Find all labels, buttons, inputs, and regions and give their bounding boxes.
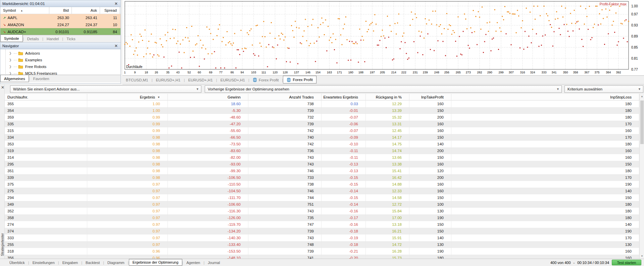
results-row-319[interactable]: 3190.98-83.60736-0.1114.74200160 bbox=[5, 147, 639, 154]
chevron-right-icon[interactable]: ❯ bbox=[9, 65, 14, 68]
market-watch-col-bid[interactable]: Bid bbox=[49, 7, 72, 14]
results-row-315[interactable]: 3150.99-55.60742-0.0712.45160160 bbox=[5, 127, 639, 134]
market-watch-col-ask[interactable]: Ask bbox=[72, 7, 100, 14]
market-watch-row-audcad[interactable]: ↘AUDCAD+0.911010.9118584 bbox=[0, 28, 120, 35]
results-col-anzahl-trades[interactable]: Anzahl Trades bbox=[248, 94, 321, 101]
navigator-tab-allgemeines-active[interactable]: Allgemeines bbox=[0, 75, 29, 82]
cell-ergebnis: 0.97 bbox=[87, 188, 168, 194]
scatter-point bbox=[155, 42, 156, 43]
x-tick-label: 299 bbox=[499, 71, 504, 74]
scrollbar-thumb[interactable] bbox=[640, 101, 644, 144]
cell-durchlaufnr: 358 bbox=[5, 214, 87, 221]
start-test-button[interactable]: Test starten bbox=[612, 260, 641, 265]
market-watch-col-spread[interactable]: Spread bbox=[100, 7, 120, 14]
results-row-339[interactable]: 3390.98-106.50733-0.1516.42200170 bbox=[5, 174, 639, 181]
scatter-point bbox=[542, 36, 543, 37]
scroll-down-icon[interactable]: ▼ bbox=[640, 254, 644, 259]
previous-results-select[interactable]: Vorherige Ergebnisse der Optimierung ans… bbox=[205, 85, 562, 93]
results-row-318[interactable]: 3180.96-153.50739-0.2116.28190160 bbox=[5, 248, 639, 255]
market-watch-tab-ticks[interactable]: Ticks bbox=[63, 36, 79, 42]
close-icon[interactable]: ✕ bbox=[114, 44, 118, 48]
x-tick-label: 367 bbox=[584, 71, 589, 74]
results-col-durchlaufnr[interactable]: Durchlaufnr. bbox=[5, 94, 87, 101]
close-icon[interactable]: ✕ bbox=[114, 1, 118, 6]
tester-tab-journal[interactable]: Journal bbox=[204, 260, 223, 266]
market-watch-row-aapl[interactable]: ↗AAPL263.30263.4111 bbox=[0, 14, 120, 21]
x-axis-label: Durchläufe bbox=[126, 65, 143, 69]
tester-tab-berblick[interactable]: Überblick bbox=[6, 260, 28, 266]
tester-tab-eingaben[interactable]: Eingaben bbox=[59, 260, 82, 266]
tester-tab-backtest[interactable]: Backtest bbox=[82, 260, 103, 266]
results-scrollbar[interactable]: ▲ ▼ bbox=[639, 94, 644, 259]
cell-durchlaufnr: 354 bbox=[5, 107, 87, 114]
cell-r-ckgang-in: 16.42 bbox=[366, 174, 409, 181]
scroll-up-icon[interactable]: ▲ bbox=[640, 94, 644, 99]
navigator-tab-favoriten[interactable]: Favoriten bbox=[30, 76, 53, 82]
scatter-point bbox=[125, 44, 126, 45]
results-col-gewinn[interactable]: Gewinn bbox=[168, 94, 248, 101]
results-row-275[interactable]: 2750.97-104.50746-0.1412.33160140 bbox=[5, 188, 639, 194]
chart-tab-eurusd-h1[interactable]: EURUSD+,H1 bbox=[185, 77, 216, 83]
scatter-point bbox=[473, 10, 474, 11]
results-row-335[interactable]: 3350.99-47.20739-0.0613.31160170 bbox=[5, 121, 639, 127]
chart-tab-eurusd-h1[interactable]: EURUSD+,H1 bbox=[152, 77, 184, 83]
chart-tab-forex-profit[interactable]: Forex Profit bbox=[249, 77, 282, 83]
scatter-point bbox=[214, 51, 215, 52]
chevron-right-icon[interactable]: ❯ bbox=[9, 52, 14, 55]
expert-advisor-select[interactable]: Wählen Sie einen Expert Advisor aus... ▼ bbox=[10, 85, 201, 93]
chevron-right-icon[interactable]: ❯ bbox=[9, 58, 14, 62]
cell-gewinn: -5.30 bbox=[168, 107, 248, 114]
chart-tab-btcusd-m1[interactable]: BTCUSD,M1 bbox=[122, 77, 151, 83]
results-row-349[interactable]: 3490.97-106.60751-0.1412.72100180 bbox=[5, 201, 639, 208]
results-row-294[interactable]: 2940.97-111.70744-0.1514.58150150 bbox=[5, 194, 639, 201]
results-row-333[interactable]: 3330.97-140.30743-0.1915.91140170 bbox=[5, 235, 639, 241]
x-tick-label: 282 bbox=[477, 71, 482, 74]
tester-tab-diagramm[interactable]: Diagramm bbox=[104, 260, 128, 266]
scatter-point bbox=[522, 20, 523, 21]
results-row-255[interactable]: 2550.97-133.40748-0.1814.72130130 bbox=[5, 241, 639, 248]
tester-tab-einstellungen[interactable]: Einstellungen bbox=[29, 260, 58, 266]
tree-item-advisors[interactable]: ❯Advisors bbox=[0, 50, 120, 57]
scatter-point bbox=[148, 41, 149, 42]
results-row-375[interactable]: 3750.97-110.50738-0.1514.88160190 bbox=[5, 181, 639, 188]
results-row-355[interactable]: 3551.0018.607380.0312.29160180 bbox=[5, 101, 639, 107]
chart-tab-forex-profit-active[interactable]: Forex Profit bbox=[283, 76, 316, 83]
results-row-356[interactable]: 3560.96-148.10741-0.2015.73180160 bbox=[5, 255, 639, 259]
criterion-select[interactable]: Kriterium auswählen ▼ bbox=[564, 85, 643, 93]
results-row-353[interactable]: 3530.98-73.50742-0.1014.75140180 bbox=[5, 141, 639, 147]
results-row-354[interactable]: 3541.00-5.30739-0.0113.39150180 bbox=[5, 107, 639, 114]
results-col-r-ckgang-in[interactable]: Rückgang in % bbox=[366, 94, 409, 101]
results-row-334[interactable]: 3340.98-66.50740-0.0914.17150170 bbox=[5, 134, 639, 141]
results-col-inpstoploss[interactable]: InpStopLoss bbox=[451, 94, 639, 101]
results-row-274[interactable]: 2740.97-119.70747-0.1613.18150140 bbox=[5, 221, 639, 228]
market-watch-tab-symbole-active[interactable]: Symbole bbox=[0, 35, 23, 42]
cell-durchlaufnr: 314 bbox=[5, 154, 87, 161]
results-row-314[interactable]: 3140.98-82.00743-0.1113.66150160 bbox=[5, 154, 639, 161]
tester-tab-ergebnisse-der-optimierung-active[interactable]: Ergebnisse der Optimierung bbox=[129, 259, 182, 266]
results-col-inptakeprofit[interactable]: InpTakeProfit bbox=[409, 94, 451, 101]
results-row-358[interactable]: 3580.97-126.00735-0.1717.00190180 bbox=[5, 214, 639, 221]
tree-item-examples[interactable]: ❯Examples bbox=[0, 57, 120, 63]
results-col-ergebnis[interactable]: Ergebnis▼ bbox=[87, 94, 168, 101]
results-row-351[interactable]: 3510.98-99.30746-0.1315.41120180 bbox=[5, 168, 639, 174]
results-row-352[interactable]: 3520.97-116.30743-0.1615.84130180 bbox=[5, 208, 639, 214]
results-row-374[interactable]: 3740.97-134.20739-0.1816.21150190 bbox=[5, 228, 639, 235]
scatter-point bbox=[233, 43, 234, 44]
results-row-295[interactable]: 2950.98-93.00743-0.1313.38160150 bbox=[5, 161, 639, 168]
market-watch-row-amazon[interactable]: ↘AMAZON224.27224.3710 bbox=[0, 21, 120, 28]
scatter-point bbox=[370, 23, 371, 24]
chart-tab-eurusd-h1[interactable]: EURUSD+,H1 bbox=[217, 77, 248, 83]
market-watch-tab-handel[interactable]: Handel bbox=[43, 36, 62, 42]
market-watch-tab-details[interactable]: Details bbox=[24, 36, 42, 42]
results-col-erwartetes-ergebnis[interactable]: Erwartetes Ergebnis bbox=[321, 94, 366, 101]
spread-cell: 84 bbox=[100, 30, 120, 34]
market-watch-col-symbol[interactable]: Symbol▲ bbox=[0, 7, 49, 14]
tester-tab-agenten[interactable]: Agenten bbox=[183, 260, 203, 266]
tree-item-free-robots[interactable]: ❯Free Robots bbox=[0, 63, 120, 70]
scatter-point bbox=[480, 29, 481, 30]
cell-inpstoploss: 160 bbox=[451, 248, 639, 255]
cell-durchlaufnr: 355 bbox=[5, 101, 87, 107]
tab-label: Agenten bbox=[186, 261, 200, 265]
results-row-359[interactable]: 3590.99-48.60732-0.0715.32200180 bbox=[5, 114, 639, 121]
close-icon[interactable]: ✕ bbox=[1, 86, 5, 90]
